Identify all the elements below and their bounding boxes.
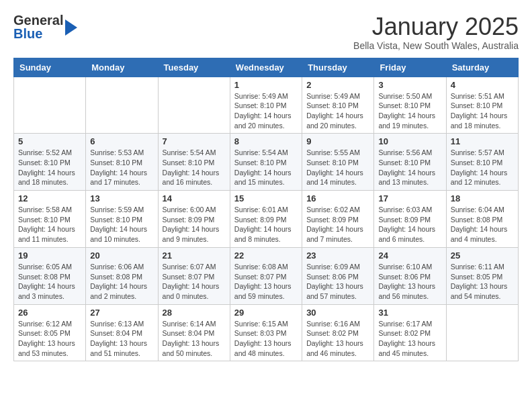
day-info: Sunrise: 6:07 AM Sunset: 8:07 PM Dayligh… (163, 262, 226, 302)
calendar-cell: 8Sunrise: 5:54 AM Sunset: 8:10 PM Daylig… (230, 134, 302, 191)
day-info: Sunrise: 5:55 AM Sunset: 8:10 PM Dayligh… (306, 148, 369, 187)
calendar-cell: 20Sunrise: 6:06 AM Sunset: 8:08 PM Dayli… (86, 247, 158, 304)
day-info: Sunrise: 5:56 AM Sunset: 8:10 PM Dayligh… (378, 148, 441, 187)
calendar-cell (14, 77, 86, 134)
day-of-week-header: Monday (86, 58, 158, 77)
calendar-week-row: 19Sunrise: 6:05 AM Sunset: 8:08 PM Dayli… (14, 247, 519, 304)
day-info: Sunrise: 6:16 AM Sunset: 8:02 PM Dayligh… (306, 319, 369, 359)
calendar-cell: 14Sunrise: 6:00 AM Sunset: 8:09 PM Dayli… (158, 191, 230, 248)
day-info: Sunrise: 6:17 AM Sunset: 8:02 PM Dayligh… (378, 319, 441, 359)
calendar-week-row: 5Sunrise: 5:52 AM Sunset: 8:10 PM Daylig… (14, 134, 519, 191)
calendar-cell: 4Sunrise: 5:51 AM Sunset: 8:10 PM Daylig… (446, 77, 518, 134)
calendar-cell: 13Sunrise: 5:59 AM Sunset: 8:10 PM Dayli… (86, 191, 158, 248)
day-number: 15 (234, 193, 298, 203)
calendar-cell: 23Sunrise: 6:09 AM Sunset: 8:06 PM Dayli… (302, 247, 374, 304)
day-info: Sunrise: 6:03 AM Sunset: 8:09 PM Dayligh… (378, 205, 441, 244)
day-number: 13 (90, 193, 153, 203)
day-number: 21 (163, 250, 226, 261)
day-info: Sunrise: 6:01 AM Sunset: 8:09 PM Dayligh… (234, 205, 298, 244)
day-number: 4 (451, 80, 514, 90)
title-section: January 2025 Bella Vista, New South Wale… (353, 13, 519, 51)
day-info: Sunrise: 6:14 AM Sunset: 8:04 PM Dayligh… (163, 319, 226, 359)
calendar-cell: 5Sunrise: 5:52 AM Sunset: 8:10 PM Daylig… (14, 134, 86, 191)
day-number: 11 (451, 136, 514, 146)
day-number: 23 (306, 250, 369, 261)
day-number: 8 (234, 136, 298, 146)
calendar-week-row: 12Sunrise: 5:58 AM Sunset: 8:10 PM Dayli… (14, 191, 519, 248)
day-info: Sunrise: 6:10 AM Sunset: 8:06 PM Dayligh… (378, 262, 441, 302)
page-header: General Blue January 2025 Bella Vista, N… (13, 13, 519, 51)
month-title: January 2025 (353, 13, 519, 40)
day-info: Sunrise: 5:50 AM Sunset: 8:10 PM Dayligh… (378, 91, 441, 131)
day-number: 20 (90, 250, 153, 261)
calendar-cell: 31Sunrise: 6:17 AM Sunset: 8:02 PM Dayli… (374, 304, 446, 361)
calendar-cell: 25Sunrise: 6:11 AM Sunset: 8:05 PM Dayli… (446, 247, 518, 304)
calendar-cell: 26Sunrise: 6:12 AM Sunset: 8:05 PM Dayli… (14, 304, 86, 361)
day-number: 30 (306, 308, 369, 318)
calendar-cell: 2Sunrise: 5:49 AM Sunset: 8:10 PM Daylig… (302, 77, 374, 134)
day-number: 26 (18, 308, 81, 318)
calendar-cell: 3Sunrise: 5:50 AM Sunset: 8:10 PM Daylig… (374, 77, 446, 134)
day-number: 3 (378, 80, 441, 90)
day-info: Sunrise: 6:05 AM Sunset: 8:08 PM Dayligh… (18, 262, 81, 302)
day-number: 5 (18, 136, 81, 146)
day-number: 2 (306, 80, 369, 90)
calendar-cell (446, 304, 518, 361)
calendar-cell: 24Sunrise: 6:10 AM Sunset: 8:06 PM Dayli… (374, 247, 446, 304)
calendar-cell (86, 77, 158, 134)
day-number: 17 (378, 193, 441, 203)
day-number: 28 (163, 308, 226, 318)
calendar-cell: 22Sunrise: 6:08 AM Sunset: 8:07 PM Dayli… (230, 247, 302, 304)
calendar-cell: 1Sunrise: 5:49 AM Sunset: 8:10 PM Daylig… (230, 77, 302, 134)
calendar-cell: 6Sunrise: 5:53 AM Sunset: 8:10 PM Daylig… (86, 134, 158, 191)
day-info: Sunrise: 5:58 AM Sunset: 8:10 PM Dayligh… (18, 205, 81, 244)
day-number: 16 (306, 193, 369, 203)
day-number: 25 (451, 250, 514, 261)
calendar-cell: 17Sunrise: 6:03 AM Sunset: 8:09 PM Dayli… (374, 191, 446, 248)
day-info: Sunrise: 5:57 AM Sunset: 8:10 PM Dayligh… (451, 148, 514, 187)
calendar-cell: 27Sunrise: 6:13 AM Sunset: 8:04 PM Dayli… (86, 304, 158, 361)
calendar-cell: 19Sunrise: 6:05 AM Sunset: 8:08 PM Dayli… (14, 247, 86, 304)
day-number: 31 (378, 308, 441, 318)
day-info: Sunrise: 6:09 AM Sunset: 8:06 PM Dayligh… (306, 262, 369, 302)
calendar-table: SundayMondayTuesdayWednesdayThursdayFrid… (13, 58, 519, 362)
day-of-week-header: Thursday (302, 58, 374, 77)
day-of-week-header: Wednesday (230, 58, 302, 77)
day-info: Sunrise: 6:12 AM Sunset: 8:05 PM Dayligh… (18, 319, 81, 359)
day-number: 12 (18, 193, 81, 203)
logo-icon (65, 18, 79, 37)
day-number: 6 (90, 136, 153, 146)
day-info: Sunrise: 5:59 AM Sunset: 8:10 PM Dayligh… (90, 205, 153, 244)
day-info: Sunrise: 6:04 AM Sunset: 8:08 PM Dayligh… (451, 205, 514, 244)
day-of-week-header: Friday (374, 58, 446, 77)
calendar-cell: 28Sunrise: 6:14 AM Sunset: 8:04 PM Dayli… (158, 304, 230, 361)
day-info: Sunrise: 6:00 AM Sunset: 8:09 PM Dayligh… (163, 205, 226, 244)
svg-marker-0 (65, 19, 77, 36)
calendar-cell: 7Sunrise: 5:54 AM Sunset: 8:10 PM Daylig… (158, 134, 230, 191)
day-info: Sunrise: 6:08 AM Sunset: 8:07 PM Dayligh… (234, 262, 298, 302)
day-info: Sunrise: 5:49 AM Sunset: 8:10 PM Dayligh… (234, 91, 298, 131)
day-number: 9 (306, 136, 369, 146)
calendar-cell: 21Sunrise: 6:07 AM Sunset: 8:07 PM Dayli… (158, 247, 230, 304)
calendar-cell: 18Sunrise: 6:04 AM Sunset: 8:08 PM Dayli… (446, 191, 518, 248)
day-number: 10 (378, 136, 441, 146)
day-number: 18 (451, 193, 514, 203)
calendar-cell: 10Sunrise: 5:56 AM Sunset: 8:10 PM Dayli… (374, 134, 446, 191)
day-of-week-header: Sunday (14, 58, 86, 77)
calendar-header-row: SundayMondayTuesdayWednesdayThursdayFrid… (14, 58, 519, 77)
calendar-cell (158, 77, 230, 134)
day-of-week-header: Saturday (446, 58, 518, 77)
calendar-cell: 16Sunrise: 6:02 AM Sunset: 8:09 PM Dayli… (302, 191, 374, 248)
day-info: Sunrise: 6:13 AM Sunset: 8:04 PM Dayligh… (90, 319, 153, 359)
day-number: 24 (378, 250, 441, 261)
day-number: 27 (90, 308, 153, 318)
day-info: Sunrise: 5:49 AM Sunset: 8:10 PM Dayligh… (306, 91, 369, 131)
calendar-cell: 12Sunrise: 5:58 AM Sunset: 8:10 PM Dayli… (14, 191, 86, 248)
day-number: 22 (234, 250, 298, 261)
calendar-cell: 29Sunrise: 6:15 AM Sunset: 8:03 PM Dayli… (230, 304, 302, 361)
calendar-week-row: 1Sunrise: 5:49 AM Sunset: 8:10 PM Daylig… (14, 77, 519, 134)
calendar-week-row: 26Sunrise: 6:12 AM Sunset: 8:05 PM Dayli… (14, 304, 519, 361)
day-number: 7 (163, 136, 226, 146)
logo: General Blue (13, 13, 79, 40)
day-info: Sunrise: 5:53 AM Sunset: 8:10 PM Dayligh… (90, 148, 153, 187)
